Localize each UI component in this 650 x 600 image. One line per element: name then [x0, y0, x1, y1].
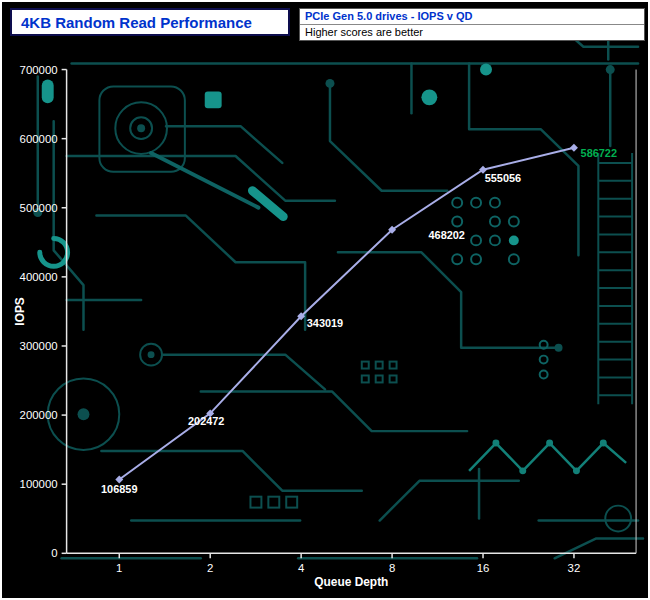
chart-title: 4KB Random Read Performance [21, 14, 252, 31]
x-tick-label: 2 [207, 562, 213, 574]
y-tick-label: 200000 [20, 409, 58, 421]
data-label: 468202 [429, 229, 465, 241]
data-label: 586722 [581, 147, 617, 159]
chart-page: 0100000200000300000400000500000600000700… [0, 0, 650, 600]
x-tick-label: 8 [389, 562, 395, 574]
y-tick-label: 300000 [20, 340, 58, 352]
y-tick-label: 500000 [20, 202, 58, 214]
chart-title-box: 4KB Random Read Performance [10, 8, 290, 36]
y-tick-label: 600000 [20, 133, 58, 145]
data-label: 106859 [101, 483, 137, 495]
y-tick-label: 0 [51, 547, 57, 559]
x-tick-label: 32 [568, 562, 581, 574]
x-axis-title: Queue Depth [314, 575, 388, 589]
data-line [119, 148, 574, 480]
y-tick-label: 400000 [20, 271, 58, 283]
chart-subtitle-box: PCIe Gen 5.0 drives - IOPS v QD Higher s… [299, 8, 645, 41]
data-point-marker [570, 144, 578, 152]
data-label: 343019 [307, 317, 343, 329]
data-label: 202472 [188, 415, 224, 427]
x-tick-label: 16 [477, 562, 490, 574]
y-tick-label: 700000 [20, 64, 58, 76]
chart-subtitle-line1: PCIe Gen 5.0 drives - IOPS v QD [300, 9, 644, 25]
data-label: 555056 [485, 172, 521, 184]
y-axis-title: IOPS [13, 297, 27, 326]
chart-subtitle-line2: Higher scores are better [300, 25, 644, 40]
y-tick-label: 100000 [20, 478, 58, 490]
x-tick-label: 4 [298, 562, 305, 574]
x-tick-label: 1 [116, 562, 122, 574]
line-chart: 0100000200000300000400000500000600000700… [2, 2, 648, 598]
